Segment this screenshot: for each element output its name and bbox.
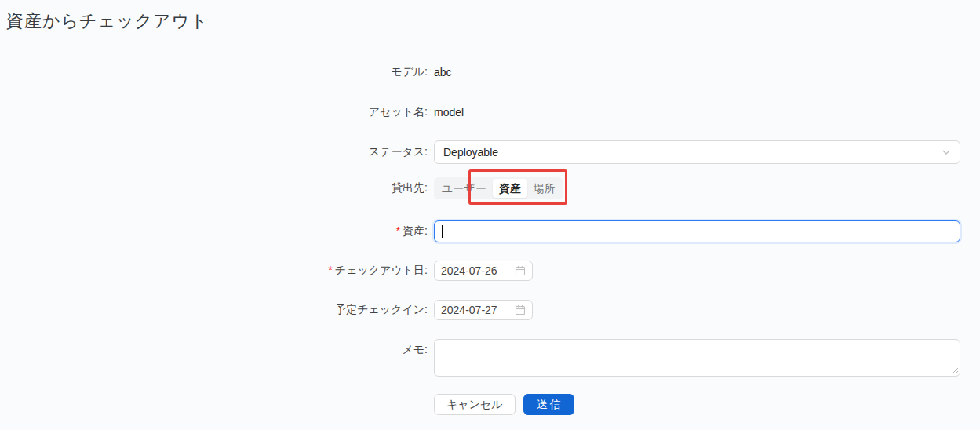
checkout-date-label: *チェックアウト日: — [0, 264, 428, 278]
submit-button[interactable]: 送信 — [523, 394, 574, 415]
form-row-expected-checkin: 予定チェックイン: 2024-07-27 — [0, 300, 980, 320]
asset-name-label: アセット名: — [0, 105, 428, 119]
status-select[interactable]: Deployable — [434, 140, 960, 164]
calendar-icon — [515, 265, 526, 276]
segment-option-location[interactable]: 場所 — [527, 179, 562, 198]
status-label: ステータス: — [0, 145, 428, 159]
expected-checkin-picker[interactable]: 2024-07-27 — [434, 300, 533, 320]
asset-name-value: model — [434, 106, 464, 118]
text-cursor — [442, 225, 443, 238]
note-textarea[interactable] — [434, 339, 960, 377]
form-actions: キャンセル 送信 — [0, 394, 980, 415]
form-row-asset: *資産: — [0, 220, 980, 242]
segment-option-asset[interactable]: 資産 — [493, 179, 527, 198]
form-row-checkout-to: 貸出先: ユーザー 資産 場所 — [0, 177, 980, 199]
form-row-checkout-date: *チェックアウト日: 2024-07-26 — [0, 261, 980, 281]
calendar-icon — [515, 304, 526, 315]
checkout-date-value: 2024-07-26 — [441, 264, 497, 277]
form-row-note: メモ: — [0, 339, 980, 377]
expected-checkin-value: 2024-07-27 — [441, 304, 497, 316]
form-row-asset-name: アセット名: model — [0, 104, 980, 120]
checkout-date-picker[interactable]: 2024-07-26 — [434, 261, 533, 281]
expected-checkin-label: 予定チェックイン: — [0, 303, 428, 317]
form-row-model: モデル: abc — [0, 64, 980, 80]
chevron-down-icon — [942, 148, 951, 157]
note-label: メモ: — [0, 339, 428, 357]
asset-label: *資産: — [0, 224, 428, 239]
checkout-to-segmented: ユーザー 資産 場所 — [434, 177, 563, 199]
asset-input[interactable] — [434, 220, 960, 242]
page-title: 資産からチェックアウト — [6, 9, 209, 33]
required-asterisk: * — [328, 264, 332, 276]
form-row-status: ステータス: Deployable — [0, 140, 980, 164]
status-selected-value: Deployable — [443, 146, 498, 159]
model-label: モデル: — [0, 65, 428, 79]
cancel-button[interactable]: キャンセル — [434, 394, 516, 415]
checkout-page: 資産からチェックアウト モデル: abc アセット名: model ステータス:… — [0, 0, 980, 430]
resize-handle-icon[interactable] — [950, 366, 958, 374]
segment-option-user[interactable]: ユーザー — [435, 179, 493, 198]
model-value: abc — [434, 66, 452, 78]
required-asterisk: * — [396, 224, 400, 237]
checkout-to-label: 貸出先: — [0, 181, 428, 195]
